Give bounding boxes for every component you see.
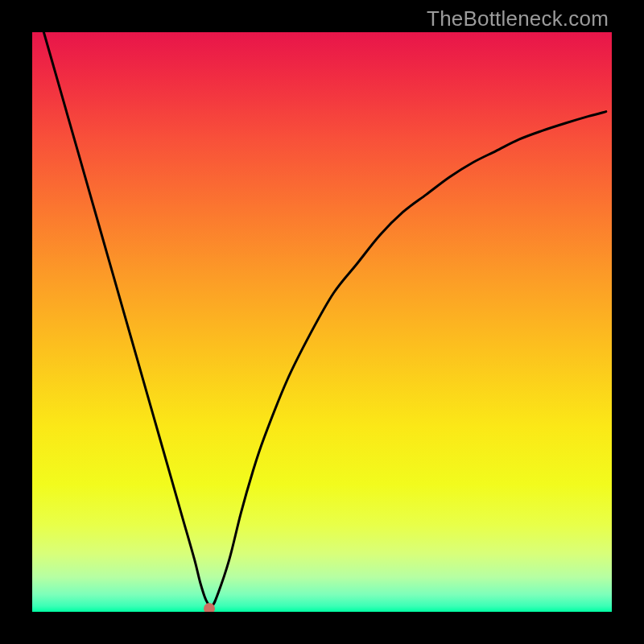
plot-area (32, 32, 612, 612)
optimal-point-marker (204, 603, 215, 612)
curve-layer (32, 32, 612, 612)
chart-frame: TheBottleneck.com (0, 0, 644, 644)
bottleneck-curve (43, 32, 605, 606)
watermark-text: TheBottleneck.com (427, 6, 609, 31)
